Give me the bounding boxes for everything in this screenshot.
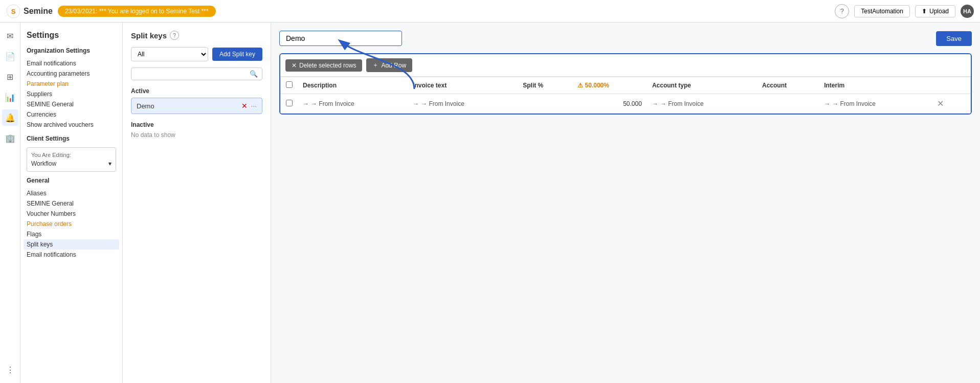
logo-text: Semine — [24, 7, 53, 16]
nav-icon-dots[interactable]: ⋮ — [2, 362, 18, 378]
topbar: S Semine 23/03/2021: *** You are logged … — [0, 0, 980, 22]
banner: 23/03/2021: *** You are logged on to Sem… — [58, 6, 216, 17]
sk-header: Split keys ? — [131, 31, 262, 40]
nav-icon-mail[interactable]: ✉ — [2, 28, 18, 44]
sidebar-link-accounting[interactable]: Accounting parameters — [27, 69, 116, 79]
row-account — [757, 94, 819, 114]
svg-text:S: S — [11, 8, 16, 15]
nav-icon-doc[interactable]: 📄 — [2, 48, 18, 64]
icon-sidebar: ✉ 📄 ⊞ 📊 🔔 🏢 ⋮ — [0, 22, 20, 383]
logo: S Semine — [6, 4, 53, 18]
th-actions — [929, 77, 970, 94]
sidebar-title: Settings — [27, 31, 116, 40]
topbar-left: S Semine 23/03/2021: *** You are logged … — [6, 4, 216, 18]
sk-item-demo[interactable]: Demo ✕ ··· — [131, 98, 262, 114]
sidebar-link-split-keys[interactable]: Split keys — [24, 239, 119, 250]
th-invoice-text: Invoice text — [408, 77, 518, 94]
logo-icon: S — [6, 4, 20, 18]
sidebar-link-voucher-numbers[interactable]: Voucher Numbers — [27, 209, 116, 219]
from-invoice-arrow-int: → — [824, 100, 830, 107]
editing-value: Workflow — [31, 160, 56, 167]
sk-item-name: Demo — [137, 102, 154, 110]
sidebar-link-email-notif[interactable]: Email notifications — [27, 58, 116, 69]
inactive-section-label: Inactive — [131, 121, 262, 128]
sidebar-link-archived[interactable]: Show archived vouchers — [27, 120, 116, 130]
sk-filter-row: All Add Split key — [131, 47, 262, 61]
sk-title: Split keys — [131, 31, 167, 40]
nav-icon-chart[interactable]: 📊 — [2, 89, 18, 105]
select-all-checkbox[interactable] — [286, 81, 293, 88]
upload-icon: ⬆ — [922, 8, 927, 15]
row-interim: → → From Invoice — [819, 94, 929, 114]
toolbar-table-container: ✕ Delete selected rows ＋ Add Row — [279, 53, 972, 115]
search-icon: 🔍 — [250, 70, 258, 78]
th-description: Description — [298, 77, 408, 94]
help-button[interactable]: ? — [835, 4, 849, 18]
th-interim: Interim — [819, 77, 929, 94]
warning-icon: ⚠ — [577, 82, 583, 89]
sidebar-link-currencies[interactable]: Currencies — [27, 109, 116, 120]
from-invoice-arrow-inv: → — [413, 100, 419, 107]
topbar-right: ? TestAutomation ⬆ Upload HA — [835, 4, 974, 18]
add-row-button[interactable]: ＋ Add Row — [366, 58, 412, 72]
add-split-key-button[interactable]: Add Split key — [212, 48, 262, 61]
avatar: HA — [961, 5, 974, 18]
search-input[interactable] — [136, 71, 250, 78]
sk-filter-select[interactable]: All — [131, 47, 208, 61]
save-button[interactable]: Save — [936, 31, 972, 46]
th-account: Account — [757, 77, 819, 94]
sidebar-link-param-plan[interactable]: Parameter plan — [27, 79, 116, 89]
sidebar-link-email-notif2[interactable]: Email notifications — [27, 250, 116, 260]
client-section-title: Client Settings — [27, 135, 116, 142]
more-options-icon[interactable]: ··· — [251, 102, 257, 110]
sidebar-link-semine-general[interactable]: SEMINE General — [27, 99, 116, 109]
chevron-down-icon: ▾ — [108, 160, 112, 167]
x-icon: ✕ — [292, 62, 297, 69]
from-invoice-arrow-desc: → — [303, 100, 309, 107]
delete-item-icon[interactable]: ✕ — [241, 102, 248, 110]
row-split-pct — [518, 94, 572, 114]
row-invoice-text: → → From Invoice — [408, 94, 518, 114]
th-account-type: Account type — [647, 77, 757, 94]
editing-select[interactable]: Workflow ▾ — [31, 160, 112, 167]
table-row: → → From Invoice → → From Invoice — [281, 94, 971, 114]
sidebar-link-semine-general2[interactable]: SEMINE General — [27, 198, 116, 209]
row-select-checkbox[interactable] — [286, 100, 293, 106]
upload-button[interactable]: ⬆ Upload — [915, 5, 955, 17]
th-split-pct: Split % — [518, 77, 572, 94]
user-button[interactable]: TestAutomation — [854, 5, 910, 17]
plus-icon: ＋ — [372, 61, 378, 70]
sk-right-panel: Save ✕ Delete selected rows ＋ Add Row — [271, 22, 980, 383]
nav-icon-layers[interactable]: ⊞ — [2, 69, 18, 85]
action-toolbar: ✕ Delete selected rows ＋ Add Row — [280, 54, 971, 77]
sk-item-actions: ✕ ··· — [241, 102, 257, 110]
th-checkbox — [281, 77, 298, 94]
demo-name-input[interactable] — [279, 31, 402, 46]
sidebar-link-purchase-orders[interactable]: Purchase orders — [27, 219, 116, 229]
sk-help-icon[interactable]: ? — [170, 31, 179, 40]
general-section-title: General — [27, 177, 116, 184]
close-row-button[interactable]: ✕ — [934, 98, 947, 109]
sk-right-top: Save — [279, 31, 972, 46]
split-keys-table: Description Invoice text Split % ⚠ — [280, 77, 971, 114]
delete-rows-button[interactable]: ✕ Delete selected rows — [285, 59, 362, 72]
main-content: Split keys ? All Add Split key 🔍 Active … — [123, 22, 980, 383]
from-invoice-arrow-at: → — [652, 100, 658, 107]
sk-left-panel: Split keys ? All Add Split key 🔍 Active … — [123, 22, 271, 383]
editing-box: You Are Editing: Workflow ▾ — [27, 147, 116, 172]
search-row: 🔍 — [131, 67, 262, 80]
sidebar-link-flags[interactable]: Flags — [27, 229, 116, 239]
row-checkbox — [281, 94, 298, 114]
inactive-section: Inactive No data to show — [131, 121, 262, 139]
row-close: ✕ — [929, 94, 970, 114]
split-keys-panel: Split keys ? All Add Split key 🔍 Active … — [123, 22, 980, 383]
split-warning-value: 50.000% — [585, 82, 609, 89]
nav-icon-building[interactable]: 🏢 — [2, 130, 18, 146]
left-sidebar: Settings Organization Settings Email not… — [20, 22, 123, 383]
org-section-title: Organization Settings — [27, 47, 116, 54]
active-section-label: Active — [131, 87, 262, 95]
nav-icon-alert[interactable]: 🔔 — [2, 109, 18, 126]
sidebar-link-suppliers[interactable]: Suppliers — [27, 89, 116, 99]
row-description: → → From Invoice — [298, 94, 408, 114]
sidebar-link-aliases[interactable]: Aliases — [27, 188, 116, 198]
